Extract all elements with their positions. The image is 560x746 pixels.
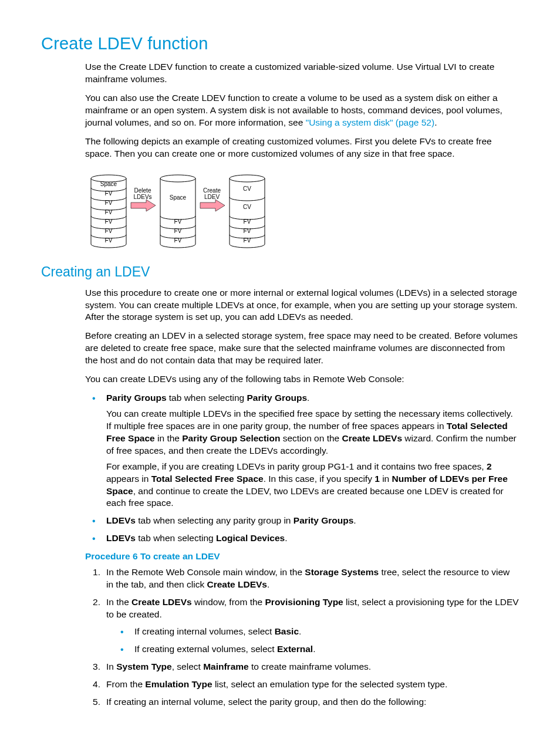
section-heading-create-ldev-function: Create LDEV function xyxy=(41,32,519,55)
bullet-list: If creating internal volumes, select Bas… xyxy=(106,626,519,656)
list-item: In the Remote Web Console main window, i… xyxy=(85,566,519,591)
cyl1-row-0: Space xyxy=(100,181,117,187)
cyl1-row-1: FV xyxy=(105,190,113,197)
cyl2-row-3: FV xyxy=(174,237,182,244)
cyl3-row-2: FV xyxy=(244,218,251,225)
arrow2-text-0: Create xyxy=(203,187,221,194)
paragraph: You can create LDEVs using any of the fo… xyxy=(85,373,519,386)
cyl1-row-3: FV xyxy=(105,209,113,215)
svg-point-2 xyxy=(160,175,195,182)
svg-marker-3 xyxy=(200,200,225,211)
paragraph: Before creating an LDEV in a selected st… xyxy=(85,330,519,367)
list-item: Parity Groups tab when selecting Parity … xyxy=(85,392,519,509)
arrow1-text-1: LDEVs xyxy=(133,194,151,200)
list-item: In System Type, select Mainframe to crea… xyxy=(85,661,519,673)
paragraph: Use this procedure to create one or more… xyxy=(85,287,519,324)
list-item: In the Create LDEVs window, from the Pro… xyxy=(85,596,519,656)
cross-reference-link[interactable]: "Using a system disk" (page 52) xyxy=(306,117,434,127)
cyl2-row-1: FV xyxy=(174,218,182,225)
procedure-heading: Procedure 6 To create an LDEV xyxy=(85,551,519,563)
section-body: Use the Create LDEV function to create a… xyxy=(85,61,519,248)
text: Parity Groups tab when selecting Parity … xyxy=(106,393,309,403)
subsection-body: Use this procedure to create one or more… xyxy=(85,287,519,708)
paragraph: The following depicts an example of crea… xyxy=(85,136,519,160)
list-item: LDEVs tab when selecting Logical Devices… xyxy=(85,532,519,545)
subsection-heading-creating-an-ldev: Creating an LDEV xyxy=(41,263,519,281)
paragraph: You can create multiple LDEVs in the spe… xyxy=(106,408,519,457)
list-item: If creating an internal volume, select t… xyxy=(85,696,519,708)
paragraph: For example, if you are creating LDEVs i… xyxy=(106,461,519,510)
text: You can also use the Create LDEV functio… xyxy=(85,93,502,127)
list-item: LDEVs tab when selecting any parity grou… xyxy=(85,515,519,527)
procedure-steps: In the Remote Web Console main window, i… xyxy=(85,566,519,708)
cyl1-row-2: FV xyxy=(105,200,113,206)
cyl2-row-0: Space xyxy=(170,194,187,201)
svg-marker-1 xyxy=(131,200,156,211)
diagram-create-ldev: Space FV FV FV FV FV FV Delete LDEVs xyxy=(85,169,519,248)
cyl3-row-0: CV xyxy=(243,185,251,192)
cyl1-row-6: FV xyxy=(105,237,113,244)
paragraph: You can also use the Create LDEV functio… xyxy=(85,92,519,129)
arrow1-text-0: Delete xyxy=(134,187,151,194)
bullet-list: Parity Groups tab when selecting Parity … xyxy=(85,392,519,545)
cyl2-row-2: FV xyxy=(174,228,182,234)
arrow2-text-1: LDEV xyxy=(204,194,220,200)
cyl1-row-4: FV xyxy=(105,218,113,225)
cyl3-row-4: FV xyxy=(244,237,251,244)
cyl3-row-3: FV xyxy=(244,228,251,234)
list-item: If creating internal volumes, select Bas… xyxy=(106,626,519,638)
cyl1-row-5: FV xyxy=(105,228,113,234)
cyl3-row-1: CV xyxy=(243,204,251,210)
paragraph: Use the Create LDEV function to create a… xyxy=(85,61,519,86)
list-item: From the Emulation Type list, select an … xyxy=(85,679,519,691)
list-item: If creating external volumes, select Ext… xyxy=(106,643,519,656)
svg-point-4 xyxy=(230,175,265,182)
text: . xyxy=(434,117,437,127)
